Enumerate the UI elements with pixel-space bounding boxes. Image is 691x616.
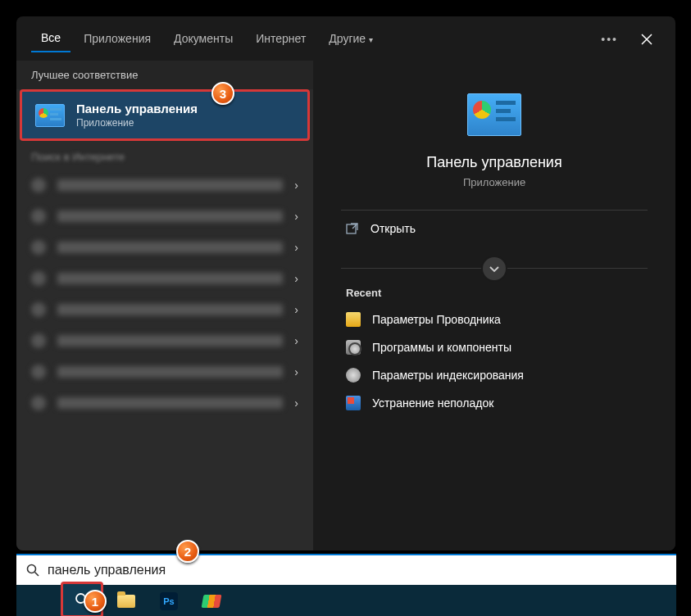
recent-item[interactable]: Параметры Проводника xyxy=(313,306,675,333)
search-input[interactable] xyxy=(48,563,666,578)
control-panel-icon xyxy=(35,104,65,127)
web-search-header: Поиск в Интернете xyxy=(16,141,313,166)
web-suggestion[interactable]: › xyxy=(16,325,313,356)
chevron-right-icon: › xyxy=(294,272,298,285)
recent-item[interactable]: Параметры индексирования xyxy=(313,361,675,389)
svg-point-1 xyxy=(28,565,36,573)
tab-all[interactable]: Все xyxy=(31,26,70,52)
photoshop-icon: Ps xyxy=(160,592,178,610)
web-suggestion[interactable]: › xyxy=(16,170,313,201)
search-panel: Все Приложения Документы Интернет Другие… xyxy=(16,16,675,550)
chevron-right-icon: › xyxy=(294,396,298,410)
web-suggestions: › › › › › › › › xyxy=(16,166,313,422)
web-suggestion[interactable]: › xyxy=(16,201,313,232)
chevron-right-icon: › xyxy=(294,179,298,192)
web-suggestion[interactable]: › xyxy=(16,387,313,419)
chevron-right-icon: › xyxy=(294,210,298,223)
svg-line-2 xyxy=(35,573,39,577)
open-action[interactable]: Открыть xyxy=(313,211,675,247)
taskbar-photoshop[interactable]: Ps xyxy=(148,585,190,616)
svg-rect-0 xyxy=(347,224,356,233)
web-suggestion[interactable]: › xyxy=(16,263,313,294)
taskbar-app[interactable] xyxy=(190,585,233,616)
chevron-right-icon: › xyxy=(294,303,298,316)
search-icon xyxy=(26,564,39,577)
annotation-badge-3: 3 xyxy=(211,82,234,105)
open-label: Открыть xyxy=(371,222,416,235)
tab-web[interactable]: Интернет xyxy=(246,27,316,52)
web-suggestion[interactable]: › xyxy=(16,356,313,387)
troubleshoot-icon xyxy=(346,396,361,410)
preview-title: Панель управления xyxy=(313,154,675,171)
chevron-down-icon: ▾ xyxy=(369,35,373,44)
taskbar-explorer[interactable] xyxy=(105,585,148,616)
tab-more[interactable]: Другие▾ xyxy=(319,27,383,52)
more-options-button[interactable]: ••• xyxy=(589,28,630,51)
best-match-subtitle: Приложение xyxy=(76,117,198,129)
taskbar: Ps xyxy=(16,585,676,616)
search-box[interactable] xyxy=(16,554,676,585)
close-button[interactable] xyxy=(633,29,661,50)
web-suggestion[interactable]: › xyxy=(16,294,313,325)
preview-pane: Панель управления Приложение Открыть Rec… xyxy=(313,61,675,550)
control-panel-icon-large xyxy=(467,93,521,136)
filter-tabs: Все Приложения Документы Интернет Другие… xyxy=(16,16,675,61)
indexing-options-icon xyxy=(346,368,361,383)
chevron-right-icon: › xyxy=(294,365,298,378)
chevron-right-icon: › xyxy=(294,334,298,347)
annotation-badge-2: 2 xyxy=(176,540,199,563)
tab-apps[interactable]: Приложения xyxy=(74,27,161,52)
recent-item[interactable]: Устранение неполадок xyxy=(313,389,675,417)
open-icon xyxy=(346,222,359,235)
preview-subtitle: Приложение xyxy=(313,176,675,188)
recent-item[interactable]: Программы и компоненты xyxy=(313,333,675,361)
chevron-right-icon: › xyxy=(294,241,298,254)
books-icon xyxy=(202,595,222,608)
folder-options-icon xyxy=(346,312,361,327)
best-match-result[interactable]: Панель управления Приложение xyxy=(20,89,310,141)
best-match-title: Панель управления xyxy=(76,102,198,116)
expand-button[interactable] xyxy=(481,256,507,282)
web-suggestion[interactable]: › xyxy=(16,232,313,263)
best-match-header: Лучшее соответствие xyxy=(16,61,313,89)
results-pane: Лучшее соответствие Панель управления Пр… xyxy=(16,61,313,550)
programs-features-icon xyxy=(346,340,361,355)
file-explorer-icon xyxy=(117,595,135,608)
annotation-badge-1: 1 xyxy=(84,590,107,613)
tab-documents[interactable]: Документы xyxy=(164,27,243,52)
